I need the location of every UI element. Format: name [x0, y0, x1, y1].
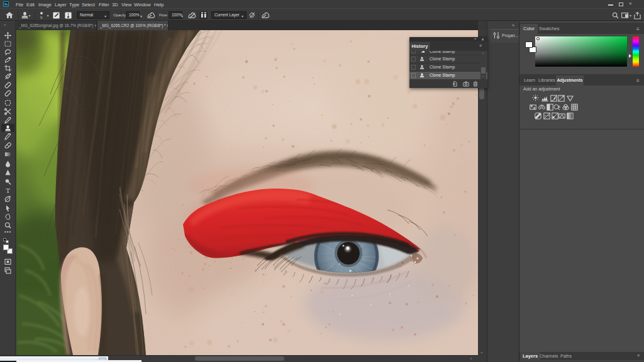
svg-text:T: T: [6, 187, 10, 194]
